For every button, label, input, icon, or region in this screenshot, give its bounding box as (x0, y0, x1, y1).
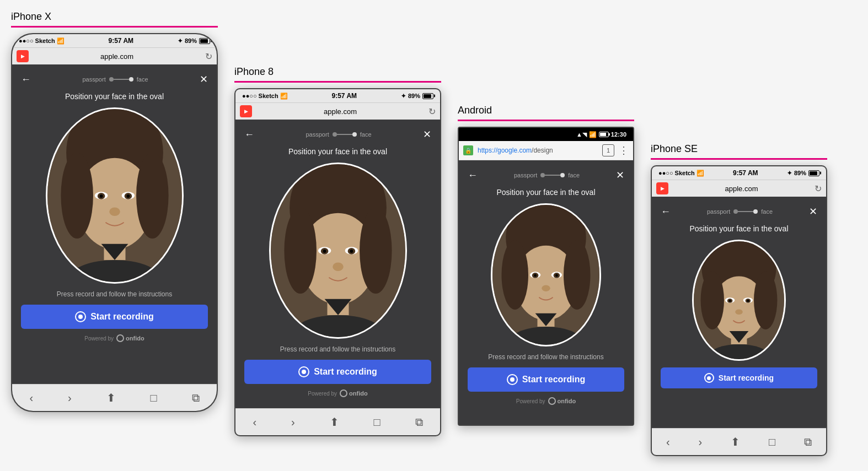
url-se[interactable]: apple.com (673, 185, 810, 193)
battery-fill-se (810, 171, 817, 175)
iphone-x-frame: ●●○○ Sketch 📶 9:57 AM ✦ 89% apple.com ↻ (11, 33, 218, 412)
android-rec-label: Start recording (522, 375, 586, 385)
fwd-icon-se[interactable]: › (694, 434, 707, 451)
android-battery-fill (600, 133, 606, 136)
android-track (540, 173, 565, 177)
forward-nav-icon[interactable]: › (63, 389, 76, 407)
android-wifi-icon: 📶 (589, 131, 597, 138)
powered-by-text: Powered by (84, 335, 114, 342)
node1-8 (333, 132, 337, 137)
android-close[interactable]: ✕ (616, 169, 624, 181)
onfido-label: onfido (126, 335, 144, 342)
share-icon-8[interactable]: ⬆ (325, 413, 344, 431)
se-track (733, 209, 758, 214)
se-face-img (694, 241, 784, 359)
android-back[interactable]: ← (468, 170, 478, 181)
back-icon-se[interactable]: ‹ (662, 434, 674, 451)
back-8[interactable]: ← (244, 129, 254, 140)
rec-icon-8 (298, 366, 309, 377)
se-step1: passport (707, 208, 730, 215)
android-start-recording[interactable]: Start recording (468, 367, 624, 392)
title-8: Position your face in the oval (288, 147, 387, 156)
refresh-se[interactable]: ↻ (815, 183, 822, 194)
svg-point-25 (333, 262, 344, 271)
se-step2: face (761, 208, 773, 215)
onfido-logo: onfido (116, 334, 144, 342)
android-frame: ▲◥ 📶 12:30 🔒 https://google.com/design 1… (458, 127, 634, 426)
url-text[interactable]: apple.com (33, 52, 201, 61)
bookmarks-icon-8[interactable]: □ (369, 414, 385, 431)
bottom-bar-se: ‹ › ⬆ □ ⧉ (652, 428, 826, 455)
android-rec-inner (510, 377, 515, 382)
tabs-icon-se[interactable]: ⧉ (800, 434, 816, 451)
oval-8 (269, 163, 407, 339)
ios-address-bar[interactable]: apple.com ↻ (12, 47, 217, 64)
android-address-bar[interactable]: 🔒 https://google.com/design 1 ⋮ (459, 141, 633, 160)
back-icon-8[interactable]: ‹ (248, 414, 261, 431)
signal-se: ●●○○ (658, 170, 673, 176)
android-menu-icon[interactable]: ⋮ (619, 144, 629, 156)
refresh-icon[interactable]: ↻ (205, 51, 212, 62)
record-icon (17, 50, 29, 62)
se-title: Position your face in the oval (690, 224, 789, 233)
right-se: ✦ 89% (787, 170, 819, 177)
android-app-content: ← passport face ✕ Position your face in … (459, 160, 633, 425)
tabs-icon[interactable]: ⧉ (187, 389, 204, 407)
step2-node (129, 77, 133, 82)
status-left-se: ●●○○ Sketch 📶 (658, 170, 704, 177)
fwd-icon-8[interactable]: › (287, 414, 299, 431)
signal-8: ●●○○ (242, 93, 257, 99)
svg-point-11 (109, 207, 120, 216)
se-nav: ← passport face ✕ (661, 205, 817, 218)
bookmarks-icon-se[interactable]: □ (764, 434, 780, 451)
bookmarks-icon[interactable]: □ (146, 389, 162, 407)
time-8: 9:57 AM (332, 92, 357, 100)
svg-point-4 (136, 153, 169, 239)
close-8[interactable]: ✕ (423, 128, 431, 140)
nav-close-button[interactable]: ✕ (200, 73, 208, 85)
battery-pct-8: 89% (408, 93, 420, 99)
node2-8 (352, 132, 357, 137)
battery-8 (422, 93, 433, 99)
bluetooth-8: ✦ (401, 93, 406, 100)
tabs-icon-8[interactable]: ⧉ (411, 414, 427, 431)
wifi-8: 📶 (280, 93, 288, 100)
se-close[interactable]: ✕ (809, 205, 817, 218)
refresh-8[interactable]: ↻ (428, 106, 436, 117)
press-text-8: Press record and follow the instructions (280, 345, 395, 353)
nav-back-button[interactable]: ← (21, 74, 31, 85)
press-record-text: Press record and follow the instructions (57, 290, 172, 298)
wifi-se: 📶 (696, 170, 704, 177)
iphone-se-label: iPhone SE (651, 143, 827, 155)
back-nav-icon[interactable]: ‹ (25, 389, 37, 407)
svg-point-52 (747, 300, 749, 302)
address-bar-8[interactable]: apple.com ↻ (235, 102, 440, 120)
se-start-recording[interactable]: Start recording (661, 367, 817, 388)
face-img-8 (271, 164, 405, 337)
se-back[interactable]: ← (661, 206, 671, 218)
android-url[interactable]: https://google.com/design (478, 147, 598, 154)
svg-point-24 (350, 250, 353, 253)
svg-point-3 (61, 153, 93, 239)
android-node1 (540, 173, 545, 177)
status-left-8: ●●○○ Sketch 📶 (242, 93, 288, 100)
start-recording-button[interactable]: Start recording (21, 305, 208, 329)
svg-point-18 (360, 208, 392, 294)
share-icon-se[interactable]: ⬆ (726, 433, 744, 451)
address-bar-se[interactable]: apple.com ↻ (652, 180, 826, 197)
share-icon[interactable]: ⬆ (102, 389, 120, 407)
ios-status-bar-se: ●●○○ Sketch 📶 9:57 AM ✦ 89% (652, 166, 826, 180)
android-face-img (492, 205, 599, 345)
start-recording-8[interactable]: Start recording (244, 360, 431, 384)
svg-point-23 (323, 250, 326, 253)
face-image (47, 109, 182, 282)
rec-inner-8 (302, 370, 306, 374)
android-url-path: /design (532, 147, 553, 154)
app-nav: ← passport face ✕ (21, 73, 208, 85)
nav-steps: passport face (83, 76, 148, 83)
record-icon-8 (240, 105, 252, 117)
app-content-8: ← passport face ✕ Position your face in … (235, 120, 440, 408)
android-tab-count[interactable]: 1 (602, 144, 614, 156)
url-8[interactable]: apple.com (256, 107, 424, 116)
battery-percent: 89% (185, 37, 197, 44)
